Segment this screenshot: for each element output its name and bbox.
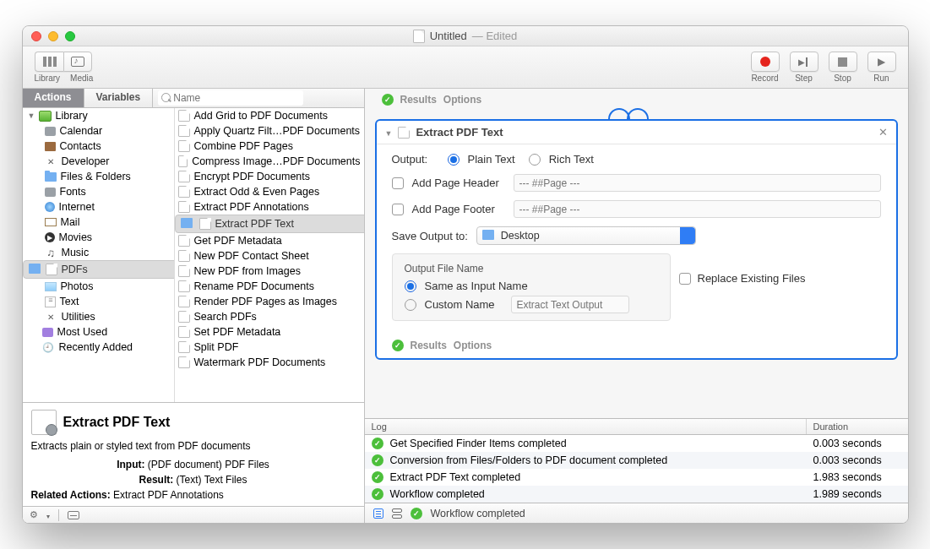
check-icon bbox=[372, 454, 383, 466]
action-item[interactable]: Search PDFs bbox=[175, 309, 364, 324]
library-sidebar[interactable]: ▼LibraryCalendarContactsDeveloperFiles &… bbox=[23, 108, 175, 402]
add-header-label[interactable]: Add Page Header bbox=[412, 177, 505, 189]
log-row[interactable]: Conversion from Files/Folders to PDF doc… bbox=[365, 452, 908, 469]
radio-plain-text-label[interactable]: Plain Text bbox=[468, 153, 515, 166]
log-row[interactable]: Extract PDF Text completed1.983 seconds bbox=[365, 469, 908, 486]
checkbox-add-header[interactable] bbox=[392, 177, 404, 189]
minimize-window-icon[interactable] bbox=[48, 31, 58, 41]
window-title: Untitled — Edited bbox=[413, 30, 518, 43]
radio-custom-name[interactable] bbox=[405, 299, 416, 311]
action-item[interactable]: Add Grid to PDF Documents bbox=[175, 108, 364, 123]
close-window-icon[interactable] bbox=[31, 31, 41, 41]
log-body[interactable]: Get Specified Finder Items completed0.00… bbox=[365, 435, 908, 503]
run-label: Run bbox=[873, 73, 889, 83]
split-view-icon[interactable] bbox=[392, 508, 402, 519]
close-icon[interactable]: ✕ bbox=[878, 126, 888, 139]
pdf-action-icon bbox=[178, 296, 190, 307]
radio-rich-text[interactable] bbox=[529, 154, 541, 166]
workflow-canvas[interactable]: Results Options Extract PDF Text ✕ bbox=[365, 89, 908, 418]
action-item[interactable]: New PDF Contact Sheet bbox=[175, 248, 364, 264]
pdf-action-icon bbox=[178, 280, 190, 292]
sidebar-item-music[interactable]: ♫Music bbox=[23, 245, 174, 260]
list-view-icon[interactable] bbox=[373, 508, 383, 519]
action-item[interactable]: Set PDF Metadata bbox=[175, 324, 364, 340]
sidebar-library[interactable]: ▼Library bbox=[23, 108, 174, 123]
card-results-label[interactable]: Results bbox=[411, 340, 447, 351]
traffic-lights bbox=[31, 31, 75, 41]
custom-name-input[interactable] bbox=[511, 296, 629, 313]
log-row[interactable]: Get Specified Finder Items completed0.00… bbox=[365, 435, 908, 452]
sidebar-item-pdfs[interactable]: PDFs bbox=[23, 260, 175, 279]
prev-options-label[interactable]: Options bbox=[443, 94, 481, 106]
action-item[interactable]: Extract PDF Text bbox=[175, 215, 364, 233]
sidebar-item-movies[interactable]: ▶Movies bbox=[23, 230, 174, 245]
action-item[interactable]: Apply Quartz Filt…PDF Documents bbox=[175, 123, 364, 139]
record-button[interactable] bbox=[751, 52, 780, 72]
action-card-extract-pdf-text[interactable]: Extract PDF Text ✕ Output: Plain Text Ri… bbox=[375, 119, 898, 360]
run-button[interactable] bbox=[867, 52, 896, 72]
checkbox-add-footer[interactable] bbox=[392, 204, 404, 215]
step-button[interactable] bbox=[790, 52, 819, 72]
filename-group-label: Output File Name bbox=[405, 263, 658, 275]
media-button[interactable] bbox=[63, 52, 92, 72]
same-as-input-label[interactable]: Same as Input Name bbox=[425, 280, 528, 292]
desc-input: (PDF document) PDF Files bbox=[148, 459, 269, 470]
gear-menu-arrow-icon[interactable] bbox=[46, 510, 50, 520]
header-input[interactable] bbox=[514, 174, 881, 192]
stop-button[interactable] bbox=[829, 52, 857, 72]
add-footer-label[interactable]: Add Page Footer bbox=[412, 203, 505, 215]
action-item[interactable]: New PDF from Images bbox=[175, 264, 364, 279]
workflow-column: Results Options Extract PDF Text ✕ bbox=[365, 89, 908, 523]
action-item[interactable]: Combine PDF Pages bbox=[175, 139, 364, 154]
desc-result-label: Result: bbox=[139, 474, 174, 486]
log-row[interactable]: Workflow completed1.989 seconds bbox=[365, 486, 908, 503]
action-item[interactable]: Render PDF Pages as Images bbox=[175, 294, 364, 309]
action-item[interactable]: Extract PDF Annotations bbox=[175, 199, 364, 215]
gear-icon[interactable] bbox=[30, 509, 38, 520]
checkbox-replace-existing[interactable] bbox=[679, 273, 691, 285]
check-icon bbox=[372, 438, 383, 449]
disclosure-icon[interactable] bbox=[385, 126, 393, 139]
tab-variables[interactable]: Variables bbox=[84, 89, 154, 107]
tab-actions[interactable]: Actions bbox=[23, 89, 84, 107]
search-input[interactable] bbox=[158, 90, 303, 106]
sidebar-item-fonts[interactable]: Fonts bbox=[23, 184, 174, 199]
sidebar-most-used[interactable]: Most Used bbox=[23, 324, 174, 340]
toggle-icon[interactable] bbox=[68, 511, 79, 519]
sidebar-recently-added[interactable]: Recently Added bbox=[23, 340, 174, 355]
save-output-select[interactable]: Desktop ▲▼ bbox=[476, 226, 696, 245]
sidebar-item-text[interactable]: Text bbox=[23, 294, 174, 309]
log-col-log[interactable]: Log bbox=[365, 419, 807, 434]
log-col-duration[interactable]: Duration bbox=[807, 419, 908, 434]
footer-input[interactable] bbox=[514, 200, 881, 218]
preview-icon bbox=[31, 410, 57, 435]
radio-same-as-input[interactable] bbox=[405, 280, 416, 292]
radio-rich-text-label[interactable]: Rich Text bbox=[549, 153, 594, 166]
prev-results-label[interactable]: Results bbox=[400, 94, 437, 106]
action-item[interactable]: Get PDF Metadata bbox=[175, 233, 364, 248]
actions-list[interactable]: Add Grid to PDF DocumentsApply Quartz Fi… bbox=[175, 108, 364, 402]
replace-existing-label[interactable]: Replace Existing Files bbox=[698, 272, 806, 285]
sidebar-item-mail[interactable]: Mail bbox=[23, 215, 174, 230]
library-button[interactable] bbox=[35, 52, 63, 72]
check-icon bbox=[372, 488, 383, 500]
sidebar-item-internet[interactable]: Internet bbox=[23, 199, 174, 215]
sidebar-item-utilities[interactable]: Utilities bbox=[23, 309, 174, 324]
sidebar-item-developer[interactable]: Developer bbox=[23, 154, 174, 169]
action-item[interactable]: Watermark PDF Documents bbox=[175, 355, 364, 370]
sidebar-item-files-folders[interactable]: Files & Folders bbox=[23, 169, 174, 184]
sidebar-item-calendar[interactable]: Calendar bbox=[23, 123, 174, 139]
zoom-window-icon[interactable] bbox=[65, 31, 75, 41]
action-item[interactable]: Encrypt PDF Documents bbox=[175, 169, 364, 184]
action-item[interactable]: Split PDF bbox=[175, 340, 364, 355]
output-label: Output: bbox=[392, 153, 439, 166]
sidebar-item-photos[interactable]: Photos bbox=[23, 279, 174, 294]
action-item[interactable]: Compress Image…PDF Documents bbox=[175, 154, 364, 169]
card-options-label[interactable]: Options bbox=[454, 340, 492, 351]
desc-input-label: Input: bbox=[117, 459, 144, 470]
radio-plain-text[interactable] bbox=[448, 154, 460, 166]
action-item[interactable]: Rename PDF Documents bbox=[175, 279, 364, 294]
custom-name-label[interactable]: Custom Name bbox=[425, 298, 503, 311]
action-item[interactable]: Extract Odd & Even Pages bbox=[175, 184, 364, 199]
sidebar-item-contacts[interactable]: Contacts bbox=[23, 139, 174, 154]
